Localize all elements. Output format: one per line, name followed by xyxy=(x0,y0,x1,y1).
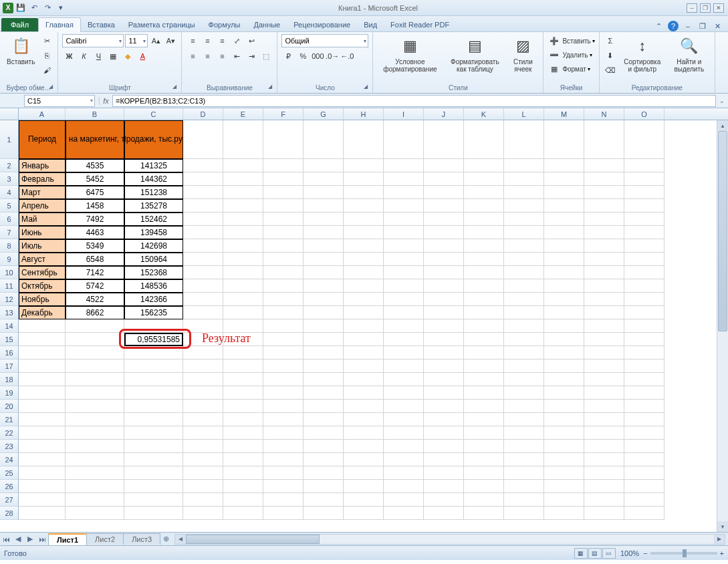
zoom-in-button[interactable]: + xyxy=(720,549,724,557)
cell[interactable] xyxy=(544,400,584,413)
cell[interactable] xyxy=(624,493,664,507)
cell[interactable] xyxy=(384,360,424,373)
cell[interactable] xyxy=(183,199,223,213)
increase-indent-button[interactable]: ⇥ xyxy=(245,49,258,63)
cell[interactable] xyxy=(544,440,584,453)
cell[interactable] xyxy=(504,266,544,279)
cell[interactable] xyxy=(263,426,304,440)
cell-cost[interactable]: 6548 xyxy=(66,253,124,266)
name-box[interactable]: C15 xyxy=(24,95,95,107)
cell-sales[interactable]: 148536 xyxy=(124,279,183,293)
font-size-combo[interactable]: 11 xyxy=(125,34,148,47)
cell[interactable] xyxy=(384,426,424,440)
cell[interactable] xyxy=(19,333,66,346)
cell[interactable] xyxy=(66,386,124,400)
cell[interactable] xyxy=(504,213,544,226)
cell[interactable] xyxy=(584,333,624,346)
cell[interactable] xyxy=(424,400,464,413)
cell[interactable] xyxy=(304,360,344,373)
cell[interactable] xyxy=(464,306,504,319)
cell[interactable] xyxy=(183,253,223,266)
cell[interactable] xyxy=(183,440,223,453)
qat-redo-button[interactable]: ↷ xyxy=(41,2,53,14)
hscroll-thumb[interactable] xyxy=(186,535,320,544)
cell[interactable] xyxy=(464,226,504,239)
cell[interactable] xyxy=(624,400,664,413)
cell[interactable] xyxy=(624,253,664,266)
cell[interactable] xyxy=(223,373,263,386)
cell[interactable] xyxy=(424,120,464,159)
cell[interactable] xyxy=(304,253,344,266)
cell[interactable] xyxy=(384,159,424,172)
cell[interactable] xyxy=(183,186,223,199)
cell[interactable] xyxy=(504,226,544,239)
cell[interactable] xyxy=(504,253,544,266)
cell[interactable] xyxy=(384,172,424,186)
cell[interactable] xyxy=(544,426,584,440)
format-as-table-button[interactable]: ▤Форматировать как таблицу xyxy=(445,34,504,74)
cell[interactable] xyxy=(384,253,424,266)
cell[interactable] xyxy=(344,226,384,239)
format-cells-button[interactable]: Формат xyxy=(562,62,586,76)
col-head-H[interactable]: H xyxy=(344,108,384,120)
cell[interactable] xyxy=(263,333,304,346)
cell[interactable] xyxy=(304,199,344,213)
cell[interactable] xyxy=(66,373,124,386)
cell[interactable] xyxy=(464,319,504,333)
cell[interactable] xyxy=(544,186,584,199)
cell[interactable] xyxy=(19,346,66,360)
header-sales[interactable]: Продажи, тыс.руб xyxy=(124,120,183,159)
cell-cost[interactable]: 5349 xyxy=(66,239,124,253)
find-select-button[interactable]: 🔍Найти и выделить xyxy=(668,34,711,74)
cell[interactable] xyxy=(66,453,124,466)
vscroll-thumb[interactable] xyxy=(718,131,727,331)
cell[interactable] xyxy=(384,319,424,333)
cell[interactable] xyxy=(544,306,584,319)
cell-cost[interactable]: 4535 xyxy=(66,159,124,172)
cell[interactable] xyxy=(263,346,304,360)
paste-button[interactable]: 📋 Вставить xyxy=(4,34,37,67)
cell[interactable] xyxy=(464,279,504,293)
cell[interactable] xyxy=(183,413,223,426)
cell[interactable] xyxy=(504,440,544,453)
cell[interactable] xyxy=(304,172,344,186)
cell[interactable] xyxy=(624,239,664,253)
cell[interactable] xyxy=(584,293,624,306)
cell[interactable] xyxy=(344,266,384,279)
cell[interactable] xyxy=(124,386,183,400)
cell[interactable] xyxy=(624,507,664,520)
tab-formulas[interactable]: Формулы xyxy=(202,18,247,31)
cell[interactable] xyxy=(544,360,584,373)
row-head-10[interactable]: 10 xyxy=(0,266,19,279)
cell-month[interactable]: Март xyxy=(19,186,66,199)
cell[interactable] xyxy=(344,426,384,440)
cell[interactable] xyxy=(263,293,304,306)
cell[interactable] xyxy=(504,360,544,373)
cell-sales[interactable]: 151238 xyxy=(124,186,183,199)
cell-sales[interactable]: 142698 xyxy=(124,239,183,253)
cell[interactable] xyxy=(464,293,504,306)
cell[interactable] xyxy=(344,507,384,520)
cell[interactable] xyxy=(544,172,584,186)
clear-button[interactable]: ⌫ xyxy=(604,63,617,77)
cell[interactable] xyxy=(584,360,624,373)
cell[interactable] xyxy=(624,159,664,172)
row-head-1[interactable]: 1 xyxy=(0,120,19,159)
cell[interactable] xyxy=(464,120,504,159)
close-button[interactable]: ✕ xyxy=(713,3,724,13)
cell[interactable] xyxy=(464,400,504,413)
cell[interactable] xyxy=(624,266,664,279)
cell[interactable] xyxy=(19,319,66,333)
decrease-indent-button[interactable]: ⇤ xyxy=(230,49,243,63)
comma-button[interactable]: 000 xyxy=(311,49,324,63)
cell[interactable] xyxy=(183,266,223,279)
cell-month[interactable]: Июнь xyxy=(19,226,66,239)
sheet-nav-first[interactable]: ⏮ xyxy=(0,535,12,543)
cell[interactable] xyxy=(504,333,544,346)
col-head-G[interactable]: G xyxy=(304,108,344,120)
cell[interactable] xyxy=(344,493,384,507)
cell[interactable] xyxy=(584,253,624,266)
cell[interactable] xyxy=(504,319,544,333)
zoom-level[interactable]: 100% xyxy=(620,549,639,557)
cell[interactable] xyxy=(183,239,223,253)
